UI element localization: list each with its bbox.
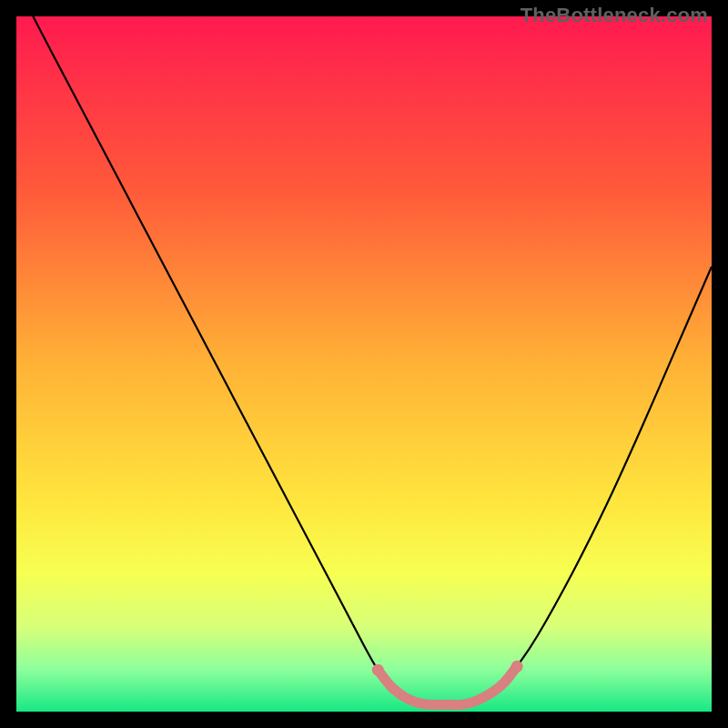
plot-area	[16, 16, 712, 712]
chart-frame: TheBottleneck.com	[0, 0, 728, 728]
chart-svg	[16, 16, 712, 712]
optimal-range-end-dot	[511, 661, 523, 672]
gradient-background	[16, 16, 712, 712]
optimal-range-start-dot	[372, 664, 384, 676]
watermark-text: TheBottleneck.com	[521, 4, 708, 27]
